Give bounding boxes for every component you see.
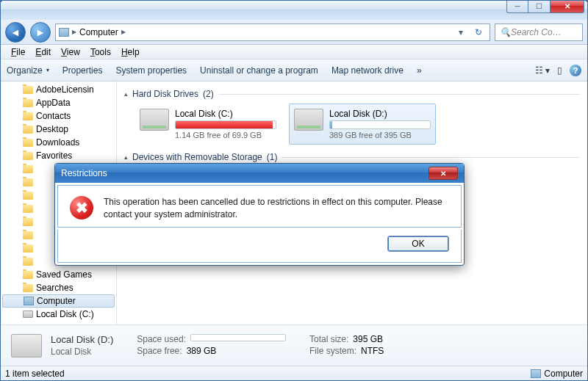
drive-icon (140, 109, 169, 131)
folder-icon (23, 258, 33, 266)
space-used-label: Space used: (137, 334, 186, 344)
folder-icon (23, 126, 33, 134)
titlebar[interactable]: ─ ☐ ✕ (1, 1, 587, 20)
drive-label: Local Disk (D:) (329, 109, 431, 119)
drive-usage-bar (329, 120, 431, 129)
restrictions-dialog: Restrictions ✕ ✖ This operation has been… (54, 163, 465, 266)
chevron-right-icon[interactable]: ▶ (72, 29, 76, 35)
close-button[interactable]: ✕ (551, 0, 584, 13)
tree-item[interactable]: Favorites (1, 149, 116, 162)
folder-icon (23, 284, 33, 292)
tree-item-label: AdobeLicensin (36, 84, 94, 95)
folder-icon (23, 99, 33, 107)
maximize-button[interactable]: ☐ (528, 0, 551, 13)
tree-item-label: AppData (36, 98, 71, 108)
menu-bar: FFileile Edit View Tools Help (1, 45, 587, 59)
minimize-button[interactable]: ─ (506, 0, 528, 13)
search-input[interactable]: 🔍 Search Co… (495, 23, 583, 41)
drive-item[interactable]: Local Disk (D:)389 GB free of 395 GB (289, 104, 436, 145)
status-text: 1 item selected (5, 369, 65, 379)
space-free-label: Space free: (137, 346, 182, 356)
organize-button[interactable]: Organize (7, 65, 49, 76)
system-properties-button[interactable]: System properties (115, 65, 187, 76)
back-button[interactable]: ◄ (5, 22, 26, 43)
properties-button[interactable]: Properties (62, 65, 103, 76)
drive-free-text: 389 GB free of 395 GB (329, 131, 431, 139)
tree-item-label: Searches (36, 283, 74, 293)
disk-icon (23, 311, 33, 318)
tree-item-label: Saved Games (36, 269, 92, 280)
tree-item[interactable]: Contacts (1, 109, 116, 123)
tree-item-label: Favorites (36, 150, 72, 161)
address-history-dropdown[interactable]: ▾ (454, 27, 467, 37)
disk-icon (11, 334, 42, 358)
collapse-icon[interactable]: ▴ (124, 90, 128, 98)
group-title: Hard Disk Drives (132, 89, 198, 99)
drive-label: Local Disk (C:) (175, 109, 276, 119)
tree-item-label: Local Disk (C:) (36, 309, 94, 319)
details-pane: Local Disk (D:) Local Disk Space used: S… (1, 324, 587, 366)
tree-item[interactable]: Searches (1, 281, 116, 294)
folder-icon (23, 205, 33, 213)
tree-item[interactable]: Computer (2, 294, 115, 308)
drive-icon (294, 109, 323, 131)
space-used-bar (190, 334, 286, 341)
group-title: Devices with Removable Storage (132, 152, 262, 162)
menu-view[interactable]: View (57, 46, 85, 59)
command-bar: Organize Properties System properties Un… (1, 59, 587, 81)
folder-icon (23, 218, 33, 226)
folder-icon (23, 244, 33, 253)
details-subtitle: Local Disk (51, 346, 91, 357)
collapse-icon[interactable]: ▴ (124, 153, 128, 161)
search-placeholder: Search Co… (511, 27, 562, 37)
tree-item-label: Desktop (36, 124, 68, 134)
dialog-titlebar[interactable]: Restrictions ✕ (55, 164, 464, 183)
tree-item[interactable]: AppData (1, 96, 116, 109)
menu-help[interactable]: Help (117, 46, 144, 59)
folder-icon (23, 231, 33, 239)
dialog-close-button[interactable]: ✕ (429, 167, 458, 180)
map-drive-button[interactable]: Map network drive (331, 65, 404, 76)
tree-item[interactable]: AdobeLicensin (1, 83, 116, 96)
help-icon[interactable]: ? (570, 65, 581, 76)
tree-item-label: Contacts (36, 111, 71, 121)
folder-icon (23, 86, 33, 94)
folder-icon (23, 178, 33, 186)
status-location: Computer (544, 369, 583, 379)
folder-icon (23, 192, 33, 200)
total-size-value: 395 GB (353, 334, 383, 344)
tree-item[interactable]: Downloads (1, 136, 116, 149)
details-title: Local Disk (D:) (51, 334, 113, 345)
refresh-button[interactable]: ↻ (470, 27, 487, 37)
drive-item[interactable]: Local Disk (C:)1.14 GB free of 69.9 GB (135, 104, 282, 145)
search-icon: 🔍 (500, 27, 511, 37)
computer-icon (24, 297, 34, 305)
dialog-message: This operation has been cancelled due to… (104, 196, 449, 221)
view-options-button[interactable]: ☷ ▾ (535, 65, 550, 76)
group-count: (2) (203, 89, 214, 99)
more-commands-button[interactable]: » (417, 65, 422, 76)
tree-item[interactable]: Desktop (1, 123, 116, 136)
computer-icon (59, 28, 69, 37)
status-bar: 1 item selected Computer (1, 366, 587, 380)
menu-tools[interactable]: Tools (86, 46, 115, 59)
tree-item-label: Downloads (36, 137, 79, 148)
tree-item[interactable]: Saved Games (1, 268, 116, 281)
computer-icon (531, 369, 541, 378)
preview-pane-button[interactable]: ▯ (557, 65, 562, 76)
group-header-hdd[interactable]: ▴ Hard Disk Drives (2) (124, 89, 580, 99)
breadcrumb-computer[interactable]: Computer (79, 27, 118, 37)
folder-icon (23, 139, 33, 147)
chevron-right-icon[interactable]: ▶ (121, 29, 126, 35)
menu-file[interactable]: FFileile (7, 46, 29, 59)
tree-item-label: Computer (37, 296, 76, 306)
drive-usage-bar (175, 120, 276, 129)
tree-item[interactable]: Local Disk (C:) (1, 308, 116, 321)
ok-button[interactable]: OK (387, 236, 449, 252)
address-bar[interactable]: ▶ Computer ▶ ▾ ↻ (55, 23, 490, 41)
forward-button[interactable]: ► (30, 22, 51, 43)
uninstall-button[interactable]: Uninstall or change a program (200, 65, 318, 76)
folder-icon (23, 271, 33, 279)
menu-edit[interactable]: Edit (31, 46, 55, 59)
group-header-removable[interactable]: ▴ Devices with Removable Storage (1) (124, 152, 580, 162)
